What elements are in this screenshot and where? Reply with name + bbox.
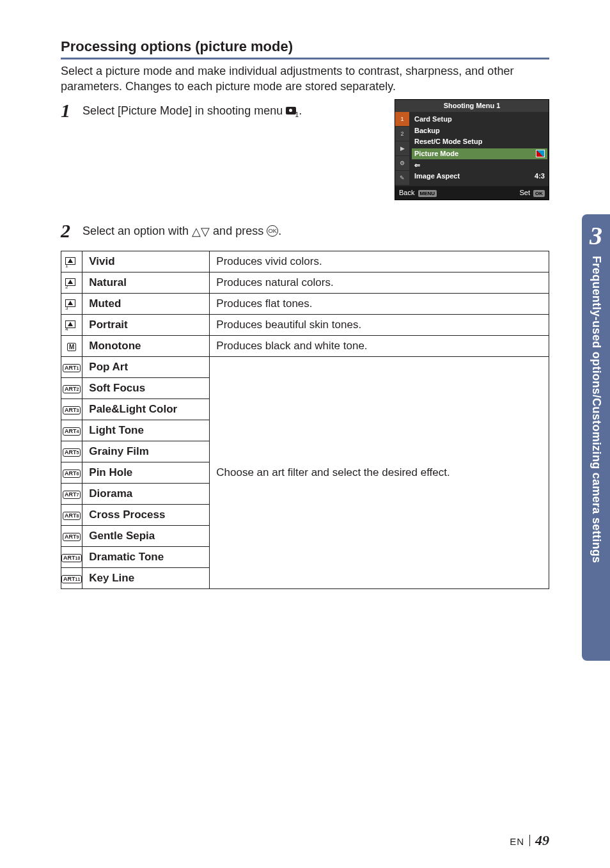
mode-label: Pin Hole	[82, 462, 210, 483]
menu-item-highlight: Picture Mode	[412, 148, 547, 159]
menu-tab: ▶	[395, 141, 409, 156]
mode-icon: ART5	[61, 441, 82, 462]
palette-icon	[536, 150, 545, 157]
table-row: 2NaturalProduces natural colors.	[61, 272, 549, 293]
mode-icon: ART8	[61, 504, 82, 525]
mode-label: Portrait	[82, 314, 210, 335]
menu-title: Shooting Menu 1	[395, 100, 549, 112]
mode-label: Dramatic Tone	[82, 546, 210, 567]
page-footer: EN 49	[510, 832, 549, 849]
mode-icon: 4	[61, 314, 82, 335]
footer-page-number: 49	[535, 832, 549, 849]
mode-icon: ART6	[61, 462, 82, 483]
mode-icon: ART3	[61, 398, 82, 420]
mode-label: Muted	[82, 293, 210, 314]
menu-tab: ⚙	[395, 156, 409, 171]
mode-description: Produces beautiful skin tones.	[210, 314, 549, 335]
mode-label: Cross Process	[82, 504, 210, 525]
mode-icon: 1	[61, 251, 82, 272]
menu-tab: 2	[395, 127, 409, 141]
mode-description: Produces black and white tone.	[210, 335, 549, 356]
mode-label: Grainy Film	[82, 441, 210, 462]
chapter-side-tab: 3 Frequently-used options/Customizing ca…	[582, 214, 610, 661]
menu-item: Backup	[414, 125, 545, 136]
step-2-number: 2	[61, 220, 82, 242]
ok-button-icon: OK	[267, 225, 278, 237]
table-row: 1VividProduces vivid colors.	[61, 251, 549, 272]
mode-label: Key Line	[82, 567, 210, 588]
mode-description: Produces vivid colors.	[210, 251, 549, 272]
mode-label: Natural	[82, 272, 210, 293]
step-2-text: Select an option with △▽ and press OK.	[82, 220, 549, 241]
menu-tab: ✎	[395, 171, 409, 185]
mode-icon: 2	[61, 272, 82, 293]
table-row: 3MutedProduces flat tones.	[61, 293, 549, 314]
mode-description: Produces flat tones.	[210, 293, 549, 314]
mode-label: Gentle Sepia	[82, 525, 210, 546]
menu-item: ⇐	[414, 160, 545, 171]
mode-description: Choose an art filter and select the desi…	[210, 356, 549, 588]
menu-back: Back MENU	[399, 188, 437, 198]
camera-icon	[286, 107, 296, 114]
camera-menu-screenshot: Shooting Menu 1 12▶⚙✎ Card Setup Backup …	[395, 99, 549, 200]
mode-icon: ART1	[61, 356, 82, 377]
chapter-number: 3	[590, 221, 602, 251]
menu-set: Set OK	[519, 188, 545, 198]
chapter-title: Frequently-used options/Customizing came…	[590, 256, 603, 563]
mode-icon: ART2	[61, 377, 82, 398]
table-row: ART1Pop ArtChoose an art filter and sele…	[61, 356, 549, 377]
mode-label: Pop Art	[82, 356, 210, 377]
mode-icon: ART10	[61, 546, 82, 567]
mode-label: Diorama	[82, 483, 210, 504]
mode-label: Soft Focus	[82, 377, 210, 398]
up-down-triangle-icon: △▽	[192, 225, 210, 237]
menu-item: Reset/C Mode Setup	[414, 136, 545, 147]
mode-label: Pale&Light Color	[82, 398, 210, 420]
section-title: Processing options (picture mode)	[61, 38, 549, 59]
menu-item: Image Aspect4:3	[414, 171, 545, 182]
mode-label: Monotone	[82, 335, 210, 356]
mode-icon: ART9	[61, 525, 82, 546]
mode-icon: ART7	[61, 483, 82, 504]
mode-icon: ART11	[61, 567, 82, 588]
mode-icon: 3	[61, 293, 82, 314]
mode-label: Light Tone	[82, 420, 210, 441]
intro-text: Select a picture mode and make individua…	[61, 63, 549, 95]
mode-icon: ART4	[61, 420, 82, 441]
step-1-number: 1	[61, 100, 82, 122]
footer-lang: EN	[510, 836, 524, 847]
mode-description: Produces natural colors.	[210, 272, 549, 293]
menu-item: Card Setup	[414, 114, 545, 125]
table-row: 4PortraitProduces beautiful skin tones.	[61, 314, 549, 335]
menu-tab: 1	[395, 112, 409, 127]
table-row: MMonotoneProduces black and white tone.	[61, 335, 549, 356]
mode-icon: M	[61, 335, 82, 356]
picture-mode-table: 1VividProduces vivid colors.2NaturalProd…	[61, 251, 549, 589]
mode-label: Vivid	[82, 251, 210, 272]
